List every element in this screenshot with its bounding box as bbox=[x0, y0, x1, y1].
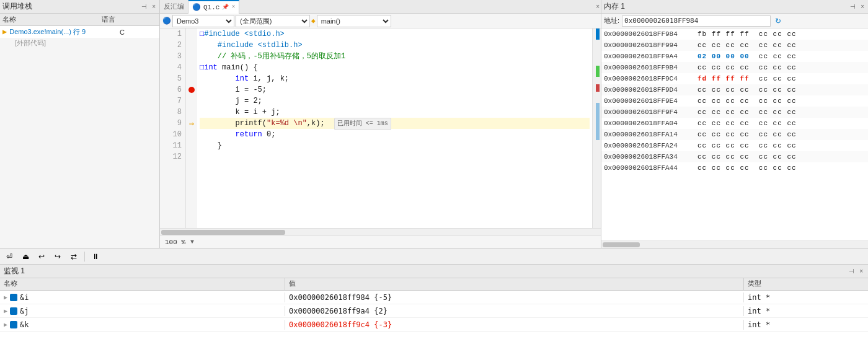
toolbar-separator bbox=[84, 252, 85, 262]
memory-row-2: 0x00000026018FF9A4 02 00 00 00 cc cc cc bbox=[601, 51, 868, 62]
memory-row-4: 0x00000026018FF9C4 fd ff ff ff cc cc cc bbox=[601, 73, 868, 84]
watch-table: 名称 值 类型 ▶ &i 0x00000026018ff984 {-5} int… bbox=[0, 278, 868, 339]
memory-addr-10: 0x00000026018FFA24 bbox=[601, 140, 698, 151]
watch-pin-button[interactable]: ⊣ bbox=[848, 268, 856, 275]
code-assign-7: j = 2; bbox=[200, 97, 262, 105]
code-include-2: #include <stdlib.h> bbox=[218, 41, 303, 50]
memory-panel: 内存 1 ⊣ × 地址: ↻ 0x00000026018FF984 fb ff … bbox=[601, 0, 868, 248]
editor-tab-active[interactable]: 🔵 Q1.c 📌 × bbox=[188, 0, 239, 14]
watch-type-2: int * bbox=[744, 320, 868, 330]
code-main-4: main() { bbox=[218, 63, 258, 72]
editor-scrollbar-h[interactable] bbox=[160, 228, 601, 236]
memory-pin-button[interactable]: ⊣ bbox=[849, 3, 857, 10]
mem-highlight-02: 02 00 00 00 bbox=[698, 53, 750, 60]
memory-addr-input[interactable] bbox=[622, 15, 771, 27]
watch-row-0[interactable]: ▶ &i 0x00000026018ff984 {-5} int * bbox=[0, 291, 868, 304]
gutter-line-6 bbox=[186, 84, 197, 95]
memory-row-7: 0x00000026018FF9F4 cc cc cc cc cc cc cc bbox=[601, 107, 868, 118]
code-vars-5: i, j, k; bbox=[249, 74, 289, 83]
watch-row-1[interactable]: ▶ &j 0x00000026018ff9a4 {2} int * bbox=[0, 304, 868, 318]
memory-refresh-button[interactable]: ↻ bbox=[773, 17, 783, 25]
tb-btn-step-out[interactable]: ⏏ bbox=[19, 250, 32, 263]
editor-scrollbar-v[interactable] bbox=[592, 29, 601, 228]
gutter-line-7 bbox=[186, 95, 197, 107]
code-line-4: □int main() { bbox=[200, 62, 590, 73]
watch-titlebar: 监视 1 ⊣ × bbox=[0, 265, 868, 278]
callstack-titlebar: 调用堆栈 ⊣ × bbox=[0, 0, 159, 14]
watch-expand-0[interactable]: ▶ bbox=[4, 294, 7, 301]
code-int-5: int bbox=[236, 74, 249, 83]
tb-btn-run-to[interactable]: ⇄ bbox=[67, 250, 81, 263]
editor-zoom-level: 100 % bbox=[165, 239, 185, 246]
watch-type-0: int * bbox=[744, 293, 868, 302]
memory-bytes-0: fb ff ff ff cc cc cc bbox=[698, 29, 868, 40]
memory-addr-8: 0x00000026018FFA04 bbox=[601, 118, 698, 129]
editor-zoom-down-icon[interactable]: ▼ bbox=[190, 239, 194, 245]
code-line-6: i = -5; bbox=[200, 84, 590, 95]
code-line-2: #include <stdlib.h> bbox=[200, 40, 590, 51]
watch-name-2: ▶ &k bbox=[0, 320, 285, 330]
tb-btn-step-back[interactable]: ↩ bbox=[35, 250, 48, 263]
watch-label-2: &k bbox=[20, 320, 29, 329]
tb-btn-step-into[interactable]: ⏎ bbox=[2, 250, 16, 263]
watch-icon-2 bbox=[10, 321, 17, 328]
code-area[interactable]: □#include <stdio.h> #include <stdlib.h> … bbox=[197, 29, 592, 228]
memory-row-1: 0x00000026018FF994 cc cc cc cc cc cc cc bbox=[601, 40, 868, 51]
code-int-4: int bbox=[204, 63, 218, 72]
memory-bytes-3: cc cc cc cc cc cc cc bbox=[698, 62, 868, 73]
watch-close-button[interactable]: × bbox=[858, 268, 864, 275]
editor-file-select[interactable]: Demo3 bbox=[172, 15, 234, 27]
editor-panel: 反汇编 🔵 Q1.c 📌 × × 🔵 Demo3 (全局范围) ◆ main() bbox=[160, 0, 601, 248]
editor-scrollbar-h-thumb[interactable] bbox=[161, 230, 285, 235]
editor-toolbar-file-icon: 🔵 bbox=[162, 17, 171, 25]
memory-bytes-4: fd ff ff ff cc cc cc bbox=[698, 73, 868, 84]
memory-scrollbar-h[interactable] bbox=[601, 240, 868, 248]
memory-scrollbar-h-thumb[interactable] bbox=[603, 242, 640, 247]
memory-addr-2: 0x00000026018FF9A4 bbox=[601, 51, 698, 62]
watch-expand-1[interactable]: ▶ bbox=[4, 307, 7, 314]
watch-row-2[interactable]: ▶ &k 0x00000026018ff9c4 {-3} int * bbox=[0, 318, 868, 332]
memory-bytes-12: cc cc cc cc cc cc cc bbox=[698, 162, 868, 174]
gutter-line-2 bbox=[186, 40, 197, 51]
breakpoint-dot[interactable] bbox=[188, 87, 195, 93]
memory-close-button[interactable]: × bbox=[859, 3, 866, 10]
code-line-9: printf("k=%d \n",k); 已用时间 <= 1ms bbox=[200, 118, 590, 129]
editor-tab-close-icon[interactable]: × bbox=[231, 4, 235, 11]
memory-addr-7: 0x00000026018FF9F4 bbox=[601, 107, 698, 118]
tb-btn-toggle-bp[interactable]: ⏸ bbox=[89, 250, 102, 263]
editor-panel-close-button[interactable]: × bbox=[595, 3, 601, 10]
watch-name-1: ▶ &j bbox=[0, 306, 285, 316]
editor-func-icon: ◆ bbox=[311, 17, 316, 25]
code-line-1: □#include <stdio.h> bbox=[200, 29, 590, 40]
code-line-11: } bbox=[200, 140, 590, 151]
editor-scope-select[interactable]: (全局范围) bbox=[236, 15, 310, 27]
callstack-panel: 调用堆栈 ⊣ × 名称 语言 ▶ Demo3.exe!main(...) 行 9… bbox=[0, 0, 160, 248]
code-string-9: "k=%d \n" bbox=[267, 119, 307, 128]
callstack-pin-button[interactable]: ⊣ bbox=[140, 3, 148, 10]
gutter-line-3 bbox=[186, 51, 197, 62]
watch-label-0: &i bbox=[20, 293, 29, 302]
memory-row-0: 0x00000026018FF984 fb ff ff ff cc cc cc bbox=[601, 29, 868, 40]
memory-bytes-11: cc cc cc cc cc cc cc bbox=[698, 151, 868, 162]
editor-toolbar: 🔵 Demo3 (全局范围) ◆ main() bbox=[160, 14, 601, 29]
gutter-line-4 bbox=[186, 62, 197, 73]
watch-col-type-header: 类型 bbox=[744, 278, 868, 290]
memory-bytes-5: cc cc cc cc cc cc cc bbox=[698, 84, 868, 95]
code-line-7: j = 2; bbox=[200, 95, 590, 107]
editor-func-select[interactable]: main() bbox=[317, 15, 391, 27]
watch-icon-1 bbox=[10, 307, 17, 315]
watch-header: 名称 值 类型 bbox=[0, 278, 868, 291]
watch-expand-2[interactable]: ▶ bbox=[4, 321, 7, 328]
callstack-row-0[interactable]: ▶ Demo3.exe!main(...) 行 9 C bbox=[0, 26, 159, 38]
memory-panel-icons: ⊣ × bbox=[849, 3, 866, 10]
memory-toolbar: 地址: ↻ bbox=[601, 14, 868, 29]
tb-btn-step-forward[interactable]: ↪ bbox=[51, 250, 64, 263]
editor-tab-icon: 🔵 bbox=[192, 3, 201, 11]
watch-label-1: &j bbox=[20, 307, 29, 315]
callstack-close-button[interactable]: × bbox=[151, 3, 157, 10]
editor-tab-bar-label: 反汇编 bbox=[160, 0, 188, 14]
callstack-arrow-icon: ▶ bbox=[2, 27, 7, 37]
watch-value-0: 0x00000026018ff984 {-5} bbox=[285, 293, 744, 302]
watch-panel-icons: ⊣ × bbox=[848, 268, 864, 275]
code-brace-11: } bbox=[200, 141, 222, 150]
